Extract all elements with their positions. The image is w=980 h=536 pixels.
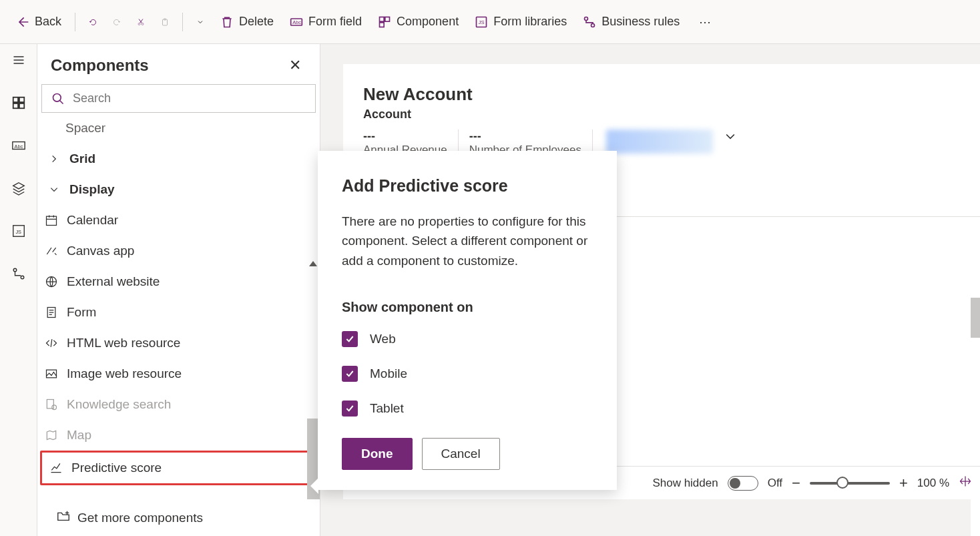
component-label: Component [397,15,459,29]
component-calendar[interactable]: Calendar [37,205,320,236]
chevron-right-icon [47,152,61,166]
folder-add-icon [56,509,71,527]
get-more-components[interactable]: Get more components [37,499,320,536]
svg-rect-8 [380,22,385,27]
delete-icon [220,15,234,29]
redo-button[interactable] [110,15,124,29]
zoom-slider[interactable] [810,482,890,485]
form-title: New Account [363,64,980,107]
abc-rail-icon[interactable]: Abc [11,138,27,154]
checkbox-web[interactable] [342,331,358,347]
canvas-app-icon [44,244,59,258]
form-field-button[interactable]: Abc Form field [287,11,364,33]
svg-rect-15 [13,103,17,108]
svg-text:JS: JS [479,19,485,25]
component-spacer[interactable]: Spacer [37,121,320,144]
form-libraries-icon: JS [475,15,488,29]
component-html-web-resource[interactable]: HTML web resource [37,328,320,358]
svg-point-1 [142,23,144,25]
tree-rail-icon[interactable] [11,266,27,282]
more-icon[interactable]: ⋯ [698,15,712,29]
group-display[interactable]: Display [37,174,320,205]
blurred-owner-field [606,129,713,154]
svg-point-12 [591,23,595,27]
js-rail-icon[interactable]: JS [11,223,27,239]
code-icon [44,336,59,350]
svg-point-11 [585,17,588,20]
search-box[interactable] [41,84,316,113]
delete-label: Delete [239,15,274,29]
scroll-up-arrow[interactable] [309,261,317,266]
vertical-scrollbar[interactable] [971,298,980,536]
form-libraries-label: Form libraries [493,15,567,29]
cut-button[interactable] [134,15,148,29]
fit-screen-icon[interactable] [959,475,972,491]
zoom-in-button[interactable]: + [899,475,908,492]
search-input[interactable] [73,91,306,105]
business-rules-label: Business rules [601,15,680,29]
checkbox-tablet[interactable] [342,400,358,417]
image-icon [44,366,59,381]
group-grid[interactable]: Grid [37,144,320,174]
paste-button[interactable] [158,15,172,29]
checkbox-mobile[interactable] [342,366,358,382]
zoom-out-button[interactable]: − [792,475,800,492]
layers-rail-icon[interactable] [11,180,27,196]
form-libraries-button[interactable]: JS Form libraries [472,11,569,33]
popover-description: There are no properties to configure for… [342,212,593,270]
svg-point-29 [52,405,57,410]
chart-line-icon [49,461,63,475]
svg-rect-14 [19,97,23,102]
checkbox-mobile-label: Mobile [370,366,407,381]
svg-rect-16 [19,103,23,108]
done-button[interactable]: Done [342,438,413,470]
component-knowledge-search[interactable]: Knowledge search [37,389,320,420]
component-image-web-resource[interactable]: Image web resource [37,358,320,389]
component-map[interactable]: Map [37,420,320,451]
checkbox-web-label: Web [370,332,396,346]
popover-section-label: Show component on [342,300,593,315]
svg-rect-7 [385,17,390,21]
delete-button[interactable]: Delete [218,11,276,33]
svg-point-21 [13,268,17,272]
show-hidden-label: Show hidden [652,477,718,490]
add-predictive-score-popover: Add Predictive score There are no proper… [318,151,617,490]
show-hidden-toggle[interactable] [728,476,758,491]
cancel-button[interactable]: Cancel [422,438,500,470]
component-external-website[interactable]: External website [37,266,320,297]
svg-point-22 [21,276,24,279]
component-predictive-score[interactable]: Predictive score [40,451,320,485]
component-form[interactable]: Form [37,297,320,328]
component-button[interactable]: Component [375,11,461,33]
back-label: Back [35,15,61,29]
left-rail: Abc JS [0,44,37,536]
back-arrow-icon [16,15,29,29]
knowledge-icon [44,397,59,412]
undo-button[interactable] [86,15,99,29]
chevron-down-icon [47,182,61,197]
toggle-off-label: Off [768,477,782,490]
business-rules-button[interactable]: Business rules [580,11,682,33]
svg-rect-13 [13,97,17,102]
svg-text:JS: JS [15,229,21,235]
close-icon[interactable]: ✕ [289,57,301,74]
form-field-label: Form field [308,15,362,29]
hamburger-icon[interactable] [11,52,27,68]
svg-point-0 [138,23,140,25]
search-icon [51,92,65,105]
svg-point-23 [53,93,61,101]
popover-title: Add Predictive score [342,176,593,196]
chevron-down-icon[interactable] [194,15,207,29]
components-rail-icon[interactable] [11,95,27,111]
components-panel: Components ✕ Spacer Grid Display Calenda… [37,44,320,536]
zoom-value: 100 % [917,477,949,490]
form-subtitle: Account [363,107,980,121]
globe-icon [44,274,59,289]
checkbox-tablet-label: Tablet [370,401,404,416]
svg-text:Abc: Abc [292,19,301,25]
back-button[interactable]: Back [13,11,64,33]
component-canvas-app[interactable]: Canvas app [37,236,320,266]
svg-rect-6 [380,17,385,21]
chevron-down-icon[interactable] [724,129,737,157]
business-rules-icon [583,15,596,29]
